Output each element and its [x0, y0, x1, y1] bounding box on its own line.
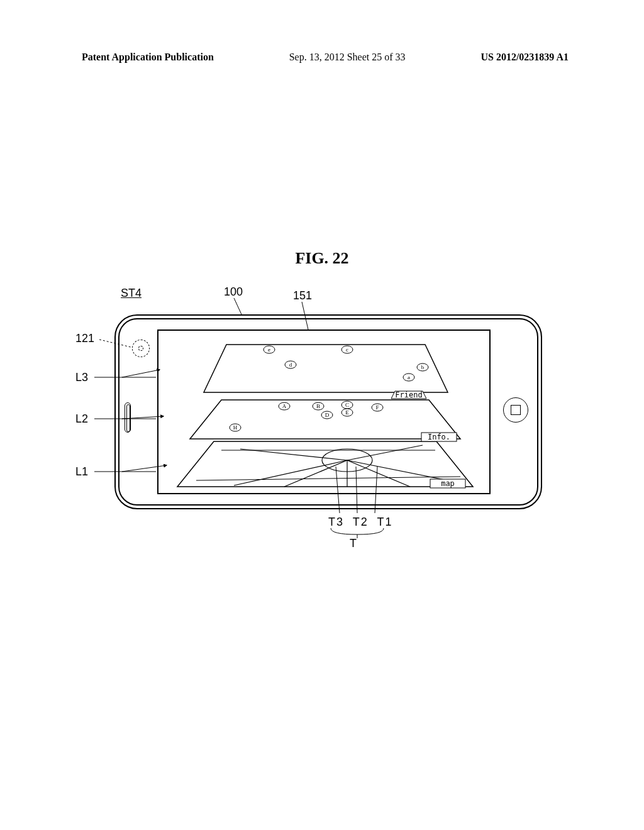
ref-ST4: ST4: [121, 287, 142, 300]
home-button-square-icon: [511, 405, 521, 415]
svg-marker-12: [190, 400, 460, 439]
camera-lens-icon: [138, 346, 143, 351]
ref-L2: L2: [75, 412, 88, 426]
ref-T: T: [350, 537, 357, 550]
layer-L1: map: [177, 441, 473, 488]
point-A: A: [282, 403, 287, 409]
ref-L3: L3: [75, 371, 88, 384]
point-d: d: [289, 362, 292, 368]
point-a: a: [408, 374, 410, 380]
ref-151: 151: [293, 289, 312, 302]
tag-info: Info.: [428, 433, 450, 441]
point-c: c: [346, 346, 348, 353]
point-C: C: [345, 402, 349, 408]
ref-T1: T1: [377, 516, 392, 528]
point-H: H: [233, 424, 238, 431]
point-e: e: [268, 346, 270, 353]
svg-line-28: [234, 298, 242, 314]
ref-T-group: T3 T2 T1: [328, 516, 392, 529]
ref-L1: L1: [75, 465, 88, 479]
point-E: E: [345, 409, 349, 416]
ref-121: 121: [75, 332, 94, 345]
header-pubnumber: US 2012/0231839 A1: [480, 52, 569, 63]
ref-100: 100: [224, 285, 243, 299]
figure-title: FIG. 22: [0, 249, 644, 268]
phone-screen: map A B C D E F H Info.: [157, 329, 491, 494]
ref-T3: T3: [328, 516, 344, 528]
tag-map: map: [441, 479, 455, 488]
tag-friend: Friend: [395, 390, 422, 399]
point-D: D: [325, 412, 330, 418]
point-b: b: [421, 364, 425, 370]
point-B: B: [316, 403, 320, 409]
speaker-icon: [125, 402, 131, 433]
svg-marker-21: [204, 345, 448, 392]
header-date-sheet: Sep. 13, 2012 Sheet 25 of 33: [289, 52, 406, 63]
header-publication: Patent Application Publication: [82, 52, 214, 63]
layer-L2: A B C D E F H Info.: [190, 400, 460, 441]
layers-svg: map A B C D E F H Info.: [158, 331, 492, 495]
ref-T2: T2: [353, 516, 369, 528]
point-F: F: [375, 404, 379, 411]
layer-L3: a b c d e Friend: [204, 345, 448, 399]
figure-diagram: ST4 100 151 121 L3 L2 L1: [75, 277, 566, 541]
